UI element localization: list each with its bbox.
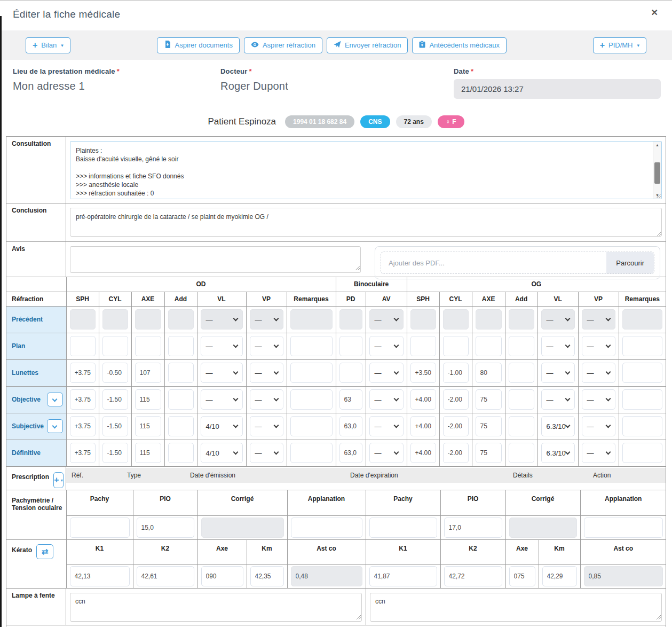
refraction-plan-og-vp-select[interactable]: —: [582, 336, 615, 356]
refraction-precedent-od-cyl-input[interactable]: [102, 309, 128, 330]
pachy-og-applanation-input[interactable]: [584, 518, 663, 538]
refraction-lunettes-od-vl-select[interactable]: —: [201, 363, 243, 383]
refraction-lunettes-av-select[interactable]: —: [369, 363, 404, 383]
refraction-subjective-og-axe-input[interactable]: [476, 416, 502, 436]
scroll-up-icon[interactable]: ▲: [655, 143, 659, 147]
pachy-od-corrige-input[interactable]: [201, 518, 284, 538]
refraction-lunettes-od-add-input[interactable]: [168, 363, 194, 383]
kerato-og-ast-input[interactable]: [584, 566, 663, 586]
kerato-og-km-input[interactable]: [542, 566, 577, 586]
antecedents-medicaux-button[interactable]: Antécédents médicaux: [412, 37, 507, 53]
refraction-definitive-og-sph-input[interactable]: [410, 443, 436, 463]
refraction-lunettes-od-axe-input[interactable]: [135, 363, 161, 383]
refraction-precedent-og-remarques-input[interactable]: [622, 309, 663, 330]
refraction-definitive-od-cyl-input[interactable]: [102, 443, 128, 463]
refraction-definitive-od-vl-select[interactable]: 4/10: [201, 443, 243, 463]
refraction-precedent-od-sph-input[interactable]: [70, 309, 96, 330]
refraction-subjective-og-vl-select[interactable]: 6.3/10: [541, 416, 575, 436]
refraction-objective-od-vl-select[interactable]: —: [201, 389, 243, 410]
refraction-precedent-od-remarques-input[interactable]: [290, 309, 333, 330]
refraction-plan-og-remarques-input[interactable]: [622, 336, 663, 356]
refraction-definitive-od-sph-input[interactable]: [70, 443, 96, 463]
refraction-subjective-od-vp-select[interactable]: —: [250, 416, 283, 436]
refraction-plan-od-cyl-input[interactable]: [102, 336, 128, 356]
kerato-swap-button[interactable]: ⇄: [36, 544, 53, 559]
kerato-od-ast-input[interactable]: [291, 566, 362, 586]
refraction-precedent-og-sph-input[interactable]: [410, 309, 436, 330]
refraction-subjective-og-vp-select[interactable]: —: [582, 416, 615, 436]
refraction-objective-og-vl-select[interactable]: —: [541, 389, 575, 410]
refraction-plan-pd-input[interactable]: [339, 336, 362, 356]
refraction-precedent-og-cyl-input[interactable]: [443, 309, 469, 330]
browse-button[interactable]: Parcourir: [606, 252, 654, 273]
refraction-plan-od-sph-input[interactable]: [70, 336, 96, 356]
refraction-lunettes-pd-input[interactable]: [339, 363, 362, 383]
refraction-precedent-og-vl-select[interactable]: —: [541, 309, 575, 330]
refraction-subjective-od-sph-input[interactable]: [70, 416, 96, 436]
refraction-lunettes-og-vp-select[interactable]: —: [582, 363, 615, 383]
refraction-definitive-og-vp-select[interactable]: —: [582, 443, 615, 463]
refraction-plan-og-add-input[interactable]: [509, 336, 534, 356]
refraction-definitive-og-remarques-input[interactable]: [622, 443, 663, 463]
close-icon[interactable]: ✕: [651, 9, 658, 17]
refraction-definitive-og-add-input[interactable]: [509, 443, 534, 463]
refraction-subjective-og-sph-input[interactable]: [410, 416, 436, 436]
kerato-og-k1-input[interactable]: [369, 566, 437, 586]
refraction-definitive-od-vp-select[interactable]: —: [250, 443, 283, 463]
refraction-plan-av-select[interactable]: —: [369, 336, 404, 356]
refraction-definitive-od-axe-input[interactable]: [135, 443, 161, 463]
refraction-objective-od-cyl-input[interactable]: [102, 389, 128, 410]
pachy-og-corrige-input[interactable]: [509, 518, 577, 538]
pachy-od-pachy-input[interactable]: [70, 518, 130, 538]
refraction-precedent-og-axe-input[interactable]: [476, 309, 502, 330]
refraction-subjective-od-cyl-input[interactable]: [102, 416, 128, 436]
refraction-definitive-od-remarques-input[interactable]: [290, 443, 333, 463]
refraction-lunettes-og-remarques-input[interactable]: [622, 363, 663, 383]
refraction-lunettes-og-cyl-input[interactable]: [443, 363, 469, 383]
refraction-lunettes-og-sph-input[interactable]: [410, 363, 436, 383]
refraction-subjective-od-remarques-input[interactable]: [290, 416, 333, 436]
refraction-lunettes-og-vl-select[interactable]: —: [541, 363, 575, 383]
pachy-og-pachy-input[interactable]: [369, 518, 437, 538]
kerato-og-axe-input[interactable]: [509, 566, 535, 586]
refraction-precedent-od-axe-input[interactable]: [135, 309, 161, 330]
refraction-precedent-av-select[interactable]: —: [369, 309, 404, 330]
refraction-objective-od-vp-select[interactable]: —: [250, 389, 283, 410]
scrollbar-thumb[interactable]: [654, 162, 660, 184]
refraction-definitive-og-cyl-input[interactable]: [443, 443, 469, 463]
refraction-definitive-pd-input[interactable]: [339, 443, 362, 463]
refraction-lunettes-od-cyl-input[interactable]: [102, 363, 128, 383]
refraction-plan-og-axe-input[interactable]: [476, 336, 502, 356]
refraction-subjective-od-add-input[interactable]: [168, 416, 194, 436]
refraction-subjective-od-vl-select[interactable]: 4/10: [201, 416, 243, 436]
pachy-od-pio-input[interactable]: [137, 518, 194, 538]
refraction-plan-og-vl-select[interactable]: —: [541, 336, 575, 356]
refraction-precedent-od-add-input[interactable]: [168, 309, 194, 330]
pachy-od-applanation-input[interactable]: [291, 518, 362, 538]
refraction-plan-od-vl-select[interactable]: —: [201, 336, 243, 356]
refraction-definitive-og-axe-input[interactable]: [476, 443, 502, 463]
avis-textarea[interactable]: [70, 246, 361, 273]
refraction-objective-og-cyl-input[interactable]: [443, 389, 469, 410]
refraction-precedent-od-vl-select[interactable]: —: [201, 309, 243, 330]
refraction-objective-og-remarques-input[interactable]: [622, 389, 663, 410]
aspirer-refraction-button[interactable]: Aspirer réfraction: [244, 37, 322, 53]
refraction-objective-og-sph-input[interactable]: [410, 389, 436, 410]
refraction-lunettes-od-sph-input[interactable]: [70, 363, 96, 383]
kerato-od-k2-input[interactable]: [137, 566, 194, 586]
pdf-upload-input[interactable]: Ajouter des PDF...: [381, 252, 606, 273]
refraction-plan-og-cyl-input[interactable]: [443, 336, 469, 356]
refraction-lunettes-od-vp-select[interactable]: —: [250, 363, 283, 383]
consultation-textarea[interactable]: Plaintes : Baisse d'acuité visuelle, gên…: [70, 142, 652, 199]
refraction-subjective-pd-input[interactable]: [339, 416, 362, 436]
refraction-definitive-od-add-input[interactable]: [168, 443, 194, 463]
slit-lamp-od-textarea[interactable]: ccn: [70, 593, 362, 622]
kerato-od-km-input[interactable]: [250, 566, 284, 586]
refraction-objective-pd-input[interactable]: [339, 389, 362, 410]
refraction-plan-od-add-input[interactable]: [168, 336, 194, 356]
refraction-subjective-av-select[interactable]: —: [369, 416, 404, 436]
pid-mh-button[interactable]: + PID/MH ▾: [593, 37, 646, 53]
refraction-objective-od-axe-input[interactable]: [135, 389, 161, 410]
refraction-objective-od-remarques-input[interactable]: [290, 389, 333, 410]
refraction-subjective-og-cyl-input[interactable]: [443, 416, 469, 436]
